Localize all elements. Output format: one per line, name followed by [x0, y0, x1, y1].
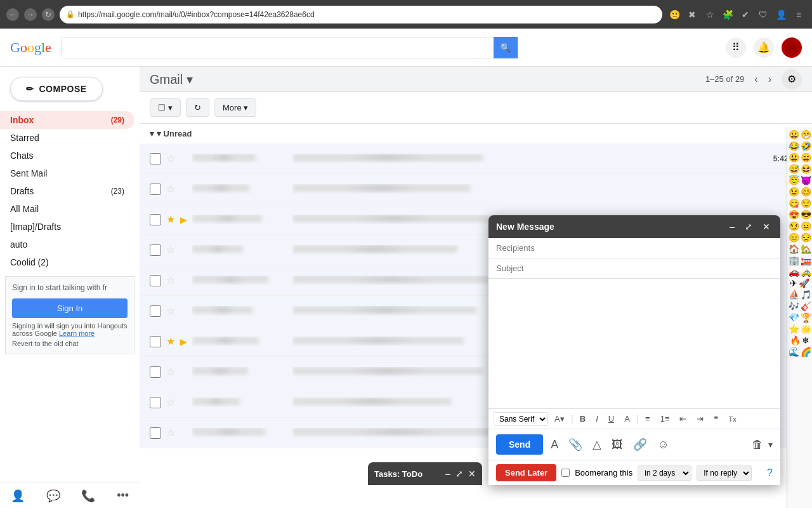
- row-checkbox[interactable]: [150, 184, 161, 195]
- emoji-item[interactable]: ⭐: [789, 324, 799, 334]
- hangout-icon[interactable]: 💬: [46, 489, 60, 503]
- emoji-item[interactable]: 🏡: [801, 244, 811, 254]
- emoji-item[interactable]: 🌈: [801, 347, 811, 357]
- tasks-maximize-btn[interactable]: ⤢: [455, 469, 463, 479]
- table-row[interactable]: ☆ ▶: [140, 174, 812, 204]
- emoji-item[interactable]: 🎸: [801, 301, 811, 311]
- emoji-item[interactable]: 😎: [801, 210, 811, 220]
- tasks-minimize-btn[interactable]: –: [445, 469, 450, 479]
- star-icon[interactable]: ★: [166, 213, 175, 225]
- user-avatar[interactable]: [782, 37, 802, 58]
- check-ext-icon[interactable]: ✔: [738, 8, 752, 22]
- user-ext-icon[interactable]: 👤: [774, 8, 788, 22]
- tasks-close-btn[interactable]: ✕: [468, 469, 476, 479]
- emoji-item[interactable]: 😑: [789, 232, 799, 243]
- sidebar-item-drafts[interactable]: Drafts (23): [0, 182, 134, 200]
- row-checkbox[interactable]: [150, 366, 161, 378]
- minimize-compose-btn[interactable]: –: [727, 220, 737, 233]
- emoji-item[interactable]: 🔥: [790, 335, 801, 345]
- emoji-item[interactable]: 🏆: [801, 312, 811, 323]
- star-icon[interactable]: ☆: [166, 152, 175, 164]
- star-icon[interactable]: ☆: [166, 274, 175, 286]
- select-btn[interactable]: ☐ ▾: [150, 98, 181, 117]
- star-icon[interactable]: ☆: [166, 396, 175, 408]
- row-checkbox[interactable]: [150, 275, 161, 286]
- contact-icon[interactable]: 👤: [11, 489, 25, 503]
- emoji-ext-icon[interactable]: 🙂: [667, 8, 681, 22]
- refresh-btn[interactable]: ↻: [186, 98, 209, 117]
- compose-header[interactable]: New Message – ⤢ ✕: [488, 215, 780, 238]
- emoji-item[interactable]: 😈: [801, 175, 811, 185]
- more-btn[interactable]: More ▾: [214, 98, 256, 117]
- url-bar[interactable]: 🔒 https://mail.google.com/mail/u/0/#inbo…: [60, 6, 662, 23]
- quote-btn[interactable]: ❝: [710, 411, 722, 426]
- compose-button[interactable]: ✏ COMPOSE: [10, 77, 103, 101]
- row-checkbox[interactable]: [150, 336, 161, 347]
- emoji-item[interactable]: 😃: [789, 152, 799, 163]
- indent-right-btn[interactable]: ⇥: [693, 411, 707, 426]
- close-ext-icon[interactable]: ✖: [685, 8, 699, 22]
- emoji-item[interactable]: 😆: [801, 164, 811, 174]
- sidebar-item-coolid[interactable]: Coolid (2): [0, 253, 134, 271]
- insert-link-btn[interactable]: 🔗: [631, 435, 650, 454]
- sidebar-item-starred[interactable]: Starred: [0, 129, 134, 147]
- forward-button[interactable]: →: [24, 8, 37, 21]
- emoji-item[interactable]: ⛵: [789, 290, 799, 300]
- emoji-item[interactable]: 😏: [789, 221, 799, 231]
- emoji-item[interactable]: 😒: [801, 232, 811, 243]
- puzzle-ext-icon[interactable]: 🧩: [721, 8, 735, 22]
- row-checkbox[interactable]: [150, 244, 161, 256]
- star-icon[interactable]: ☆: [703, 8, 717, 22]
- revert-chat-link[interactable]: Revert to the old chat: [12, 340, 128, 347]
- emoji-item[interactable]: ✈: [790, 278, 797, 288]
- row-checkbox[interactable]: [150, 427, 161, 439]
- boomerang-reply-select[interactable]: If no reply Always: [697, 465, 752, 481]
- emoji-item[interactable]: 😍: [789, 210, 799, 220]
- send-later-btn[interactable]: Send Later: [496, 464, 556, 481]
- sidebar-item-sent[interactable]: Sent Mail: [0, 164, 134, 182]
- prev-page-btn[interactable]: ‹: [754, 74, 757, 85]
- remove-format-btn[interactable]: Tx: [724, 413, 740, 425]
- more-icon[interactable]: •••: [117, 489, 129, 502]
- sidebar-item-chats[interactable]: Chats: [0, 147, 134, 164]
- sidebar-item-inbox[interactable]: Inbox (29): [0, 111, 134, 129]
- reload-button[interactable]: ↻: [42, 8, 55, 21]
- star-icon[interactable]: ☆: [166, 244, 175, 256]
- next-page-btn[interactable]: ›: [768, 74, 771, 85]
- row-checkbox[interactable]: [150, 153, 161, 164]
- emoji-item[interactable]: 😀: [789, 130, 799, 140]
- emoji-item[interactable]: 😊: [801, 187, 811, 197]
- delete-draft-btn[interactable]: 🗑: [752, 438, 763, 451]
- text-color-btn[interactable]: A: [620, 411, 634, 426]
- font-family-select[interactable]: Sans Serif: [494, 412, 548, 426]
- boomerang-checkbox[interactable]: [561, 469, 570, 477]
- emoji-item[interactable]: 😅: [789, 164, 799, 174]
- row-checkbox[interactable]: [150, 214, 161, 225]
- underline-btn[interactable]: U: [605, 411, 618, 426]
- google-search-button[interactable]: 🔍: [494, 37, 518, 58]
- bold-btn[interactable]: B: [576, 411, 589, 426]
- star-icon[interactable]: ☆: [166, 427, 175, 439]
- phone-icon[interactable]: 📞: [81, 489, 95, 503]
- subject-input[interactable]: [496, 264, 773, 273]
- row-checkbox[interactable]: [150, 397, 161, 408]
- table-row[interactable]: ☆ ▶ 5:42 pm: [140, 144, 812, 174]
- boomerang-help-btn[interactable]: ?: [767, 467, 773, 479]
- insert-photo-btn[interactable]: 🖼: [609, 436, 625, 454]
- notifications-icon[interactable]: 🔔: [754, 37, 774, 58]
- emoji-item[interactable]: ❄: [802, 335, 809, 345]
- apps-icon[interactable]: ⠿: [726, 37, 746, 58]
- send-button[interactable]: Send: [496, 434, 543, 455]
- emoji-item[interactable]: 😂: [789, 141, 799, 151]
- emoji-item[interactable]: 🤣: [801, 141, 811, 151]
- indent-left-btn[interactable]: ⇤: [676, 411, 690, 426]
- sidebar-item-all-mail[interactable]: All Mail: [0, 200, 134, 218]
- emoji-item[interactable]: 😌: [801, 198, 811, 208]
- attach-file-btn[interactable]: 📎: [566, 435, 585, 454]
- emoji-item[interactable]: 😉: [789, 187, 799, 197]
- compose-body-area[interactable]: [488, 279, 780, 408]
- back-button[interactable]: ←: [6, 8, 19, 21]
- chat-sign-in-button[interactable]: Sign In: [12, 298, 128, 318]
- emoji-item[interactable]: 😄: [801, 152, 811, 163]
- emoji-item[interactable]: 🎶: [789, 301, 799, 311]
